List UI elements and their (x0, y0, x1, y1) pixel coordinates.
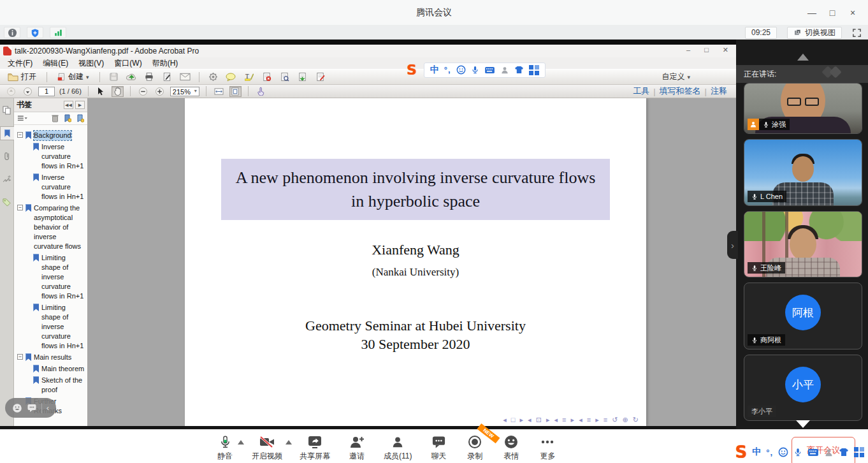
attachments-icon[interactable] (1, 149, 13, 163)
ime-skin-icon[interactable] (839, 448, 849, 457)
bookmark-item[interactable]: −Background (17, 131, 85, 140)
mute-button[interactable]: 静音 (215, 434, 235, 462)
participant-tile[interactable]: 阿根 商阿根 (744, 283, 862, 349)
menu-file[interactable]: 文件(F) (3, 57, 38, 70)
collapse-expander-icon[interactable]: − (17, 132, 23, 138)
tab-comment[interactable]: 注释 (711, 85, 727, 97)
start-video-button[interactable]: 开启视频 (252, 434, 282, 462)
minimize-button[interactable]: — (802, 4, 822, 22)
bookmark-options-button[interactable] (17, 115, 27, 122)
collapse-panel-button[interactable]: ◀◀ (64, 101, 73, 109)
video-options-arrow[interactable] (286, 440, 292, 445)
ime-language-mode[interactable]: 中 (430, 64, 439, 76)
mic-options-arrow[interactable] (238, 440, 244, 445)
fit-page-button[interactable] (229, 86, 242, 97)
ime-keyboard-icon[interactable] (807, 448, 819, 457)
ime-voice-icon[interactable] (471, 65, 479, 75)
chat-button[interactable]: 聊天 (429, 434, 448, 462)
beamer-navigation-icons[interactable]: ◂ □ ▸ ◂ ⊡ ▸ ◂ ≡ ▸ ◂ ≡ ▸ ≡ ↺ ⊕ ↻ (503, 416, 640, 424)
switch-view-button[interactable]: 切换视图 (787, 27, 842, 39)
ime-skin-icon[interactable] (514, 66, 524, 74)
create-button[interactable]: 创建▾ (55, 71, 92, 83)
print-icon[interactable] (143, 71, 156, 82)
fullscreen-button[interactable] (852, 28, 862, 38)
zoom-out-button[interactable] (137, 86, 149, 97)
export-pages-icon[interactable] (296, 71, 308, 82)
tags-icon[interactable] (1, 195, 13, 209)
tab-tools[interactable]: 工具 (633, 85, 649, 97)
scroll-up-arrow[interactable] (797, 54, 809, 61)
ime-account-icon[interactable] (824, 448, 834, 457)
acrobat-maximize-button[interactable]: □ (704, 46, 709, 54)
ime-punctuation-mode[interactable]: °, (444, 65, 451, 75)
sign-icon[interactable] (161, 71, 173, 82)
zoom-in-button[interactable] (154, 86, 166, 97)
menu-help[interactable]: 帮助(H) (147, 57, 184, 70)
page-thumbnails-icon[interactable] (1, 103, 13, 117)
participant-tile[interactable]: 王险峰 (744, 211, 862, 277)
participant-tile[interactable]: 小平 李小平 (744, 355, 862, 421)
touch-mode-button[interactable] (255, 86, 267, 97)
new-bookmark-icon[interactable] (64, 114, 71, 122)
sogou-logo-icon[interactable]: S (407, 62, 417, 78)
meeting-info-icon[interactable] (4, 27, 20, 38)
zoom-level-select[interactable]: 215%▾ (170, 87, 199, 96)
bookmark-item[interactable]: Sketch of the proof (17, 376, 85, 395)
collapse-expander-icon[interactable]: − (17, 205, 23, 210)
ime-toolbox-icon[interactable] (529, 65, 539, 75)
document-view[interactable]: A new phenomenon involving inverse curva… (88, 98, 736, 426)
share-upload-icon[interactable] (126, 71, 138, 82)
bookmark-item[interactable]: Limiting shape of inverse curvature flow… (17, 253, 85, 301)
bookmark-item[interactable]: Limiting shape of inverse curvature flow… (17, 303, 85, 351)
chat-bubble-icon[interactable] (27, 403, 37, 413)
highlight-icon[interactable]: T (243, 71, 255, 82)
ime-voice-icon[interactable] (793, 447, 802, 457)
ime-language-mode[interactable]: 中 (752, 446, 761, 458)
bookmark-item[interactable]: −Comparing the asymptotical behavior of … (17, 203, 85, 251)
save-icon[interactable] (108, 71, 120, 82)
invite-button[interactable]: 邀请 (347, 434, 366, 462)
bookmark-item[interactable]: Main theorem (17, 364, 85, 374)
bookmark-item[interactable]: Inverse curvature flows in Rn+1 (17, 142, 85, 171)
panel-collapse-handle[interactable]: › (727, 231, 738, 259)
edit-pages-icon[interactable] (314, 71, 326, 82)
ime-punctuation-mode[interactable]: °, (766, 448, 773, 457)
signatures-icon[interactable] (1, 172, 13, 186)
customize-button[interactable]: 自定义▾ (662, 71, 731, 82)
menu-edit[interactable]: 编辑(E) (38, 57, 73, 70)
ime-emoji-icon[interactable] (456, 65, 466, 75)
members-button[interactable]: 成员(11) (384, 434, 412, 462)
menu-view[interactable]: 视图(V) (73, 57, 109, 70)
acrobat-close-button[interactable]: ✕ (723, 46, 728, 54)
expand-panel-button[interactable]: ▶ (75, 101, 85, 109)
ime-toolbox-icon[interactable] (854, 447, 864, 457)
previous-page-button[interactable] (5, 86, 17, 97)
new-bookmark-alt-icon[interactable] (76, 114, 84, 122)
share-screen-button[interactable]: 共享屏幕 (300, 434, 330, 462)
search-pages-icon[interactable] (278, 71, 291, 82)
bookmark-item[interactable]: −Main results (17, 353, 85, 362)
record-button[interactable]: 录制 NEW (465, 434, 484, 462)
ime-emoji-icon[interactable] (778, 447, 788, 457)
next-page-button[interactable] (22, 86, 34, 97)
select-tool-button[interactable] (95, 86, 107, 97)
collapse-expander-icon[interactable]: − (17, 354, 23, 360)
acrobat-minimize-button[interactable]: – (686, 46, 690, 54)
open-button[interactable]: 打开 (5, 71, 39, 83)
hand-tool-button[interactable] (112, 86, 124, 97)
close-button[interactable]: × (843, 4, 863, 22)
sogou-logo-icon[interactable]: S (735, 443, 747, 462)
bookmark-item[interactable]: Inverse curvature flows in Hn+1 (17, 173, 85, 202)
page-number-input[interactable]: 1 (38, 87, 55, 96)
tab-fill-sign[interactable]: 填写和签名 (660, 85, 701, 97)
participant-tile[interactable]: 涂强 (744, 83, 862, 134)
participant-tile[interactable]: L Chen (744, 139, 862, 206)
maximize-button[interactable]: □ (822, 4, 843, 22)
security-shield-icon[interactable] (27, 27, 43, 38)
more-button[interactable]: 更多 (538, 434, 557, 462)
collapse-pill-chevron[interactable]: ‹ (47, 403, 49, 413)
delete-bookmark-icon[interactable] (52, 114, 59, 122)
email-icon[interactable] (179, 71, 191, 82)
comment-icon[interactable] (225, 71, 237, 82)
ime-keyboard-icon[interactable] (484, 66, 495, 74)
